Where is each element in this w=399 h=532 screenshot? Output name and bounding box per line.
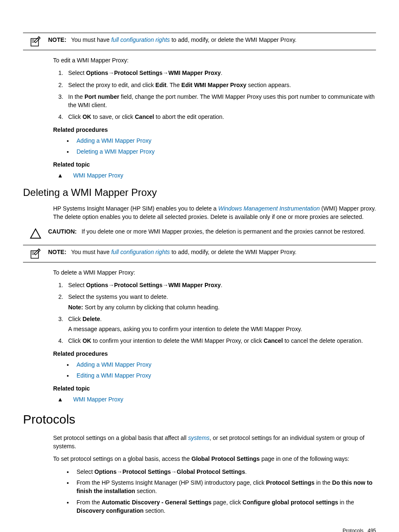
protocols-para2: To set protocol settings on a global bas… [53,455,376,463]
link-systems[interactable]: systems [188,434,210,441]
list-item: Click OK to confirm your intention to de… [65,337,376,345]
list-item: Select Options→Protocol Settings→WMI Map… [65,281,376,289]
footer-page-number: 495 [368,528,376,532]
related-topic-list: ▲WMI Mapper Proxy [53,171,376,180]
related-procedures-heading: Related procedures [53,126,376,134]
heading-protocols: Protocols [23,410,376,429]
note-text-pre: You must have [71,249,111,255]
note-text-pre: You must have [71,36,111,43]
note-label: NOTE: [48,36,66,43]
delete-steps-list: Select Options→Protocol Settings→WMI Map… [53,281,376,345]
list-item: Adding a WMI Mapper Proxy [73,136,376,145]
link-wmi-mapper-proxy[interactable]: WMI Mapper Proxy [73,171,123,180]
note-icon [23,36,48,47]
list-item: Select the systems you want to delete. N… [65,293,376,311]
related-topic-list: ▲WMI Mapper Proxy [53,395,376,403]
heading-deleting-wmi: Deleting a WMI Mapper Proxy [23,185,376,200]
inline-note-label: Note: [68,304,83,311]
list-item: Click OK to save, or click Cancel to abo… [65,113,376,121]
related-topic-heading: Related topic [53,160,376,169]
triangle-icon: ▲ [53,171,73,180]
edit-intro: To edit a WMI Mapper Proxy: [53,56,376,64]
related-procedures-list: Adding a WMI Mapper Proxy Deleting a WMI… [53,136,376,156]
caution-text: If you delete one or more WMI Mapper pro… [82,228,365,235]
note-label: NOTE: [48,249,66,255]
delete-confirm-msg: A message appears, asking you to confirm… [68,325,376,333]
inline-note-text: Sort by any column by clicking that colu… [83,304,220,311]
link-adding-wmi[interactable]: Adding a WMI Mapper Proxy [77,137,151,144]
page-footer: Protocols 495 [23,527,376,532]
link-wmi-mapper-proxy[interactable]: WMI Mapper Proxy [73,395,123,403]
protocols-bullet-list: Select Options→Protocol Settings→Global … [53,468,376,515]
link-wmi-term[interactable]: Windows Management Instrumentation [218,205,320,212]
list-item: Select Options→Protocol Settings→WMI Map… [65,69,376,77]
footer-label: Protocols [343,528,363,532]
list-item: In the Port number field, change the por… [65,93,376,110]
note-link[interactable]: full configuration rights [111,249,170,255]
note-icon [23,248,48,260]
list-item: Select the proxy to edit, and click Edit… [65,81,376,89]
note-link[interactable]: full configuration rights [111,36,170,43]
triangle-icon: ▲ [53,395,73,403]
caution-icon [23,227,48,239]
list-item: ▲WMI Mapper Proxy [53,395,376,403]
link-deleting-wmi[interactable]: Deleting a WMI Mapper Proxy [77,148,155,155]
link-editing-wmi[interactable]: Editing a WMI Mapper Proxy [77,372,151,379]
note-block: NOTE: You must have full configuration r… [23,245,376,262]
related-topic-heading: Related topic [53,384,376,393]
related-procedures-list: Adding a WMI Mapper Proxy Editing a WMI … [53,360,376,380]
note-text-post: to add, modify, or delete the WMI Mapper… [170,249,297,255]
list-item: Click Delete. A message appears, asking … [65,315,376,334]
note-block: NOTE: You must have full configuration r… [23,33,376,50]
list-item: From the HP Systems Insight Manager (HP … [73,478,376,496]
delete-intro-para: HP Systems Insight Manager (HP SIM) enab… [53,204,376,221]
edit-steps-list: Select Options→Protocol Settings→WMI Map… [53,69,376,121]
related-procedures-heading: Related procedures [53,350,376,358]
list-item: Select Options→Protocol Settings→Global … [73,468,376,476]
list-item: From the Automatic Discovery - General S… [73,498,376,515]
delete-intro2: To delete a WMI Mapper Proxy: [53,268,376,277]
note-text-post: to add, modify, or delete the WMI Mapper… [170,36,297,43]
list-item: Editing a WMI Mapper Proxy [73,371,376,380]
link-adding-wmi[interactable]: Adding a WMI Mapper Proxy [77,361,151,368]
protocols-para1: Set protocol settings on a global basis … [53,434,376,451]
list-item: Adding a WMI Mapper Proxy [73,360,376,369]
caution-label: CAUTION: [48,228,77,235]
list-item: Deleting a WMI Mapper Proxy [73,147,376,156]
caution-block: CAUTION: If you delete one or more WMI M… [23,227,376,239]
list-item: ▲WMI Mapper Proxy [53,171,376,180]
